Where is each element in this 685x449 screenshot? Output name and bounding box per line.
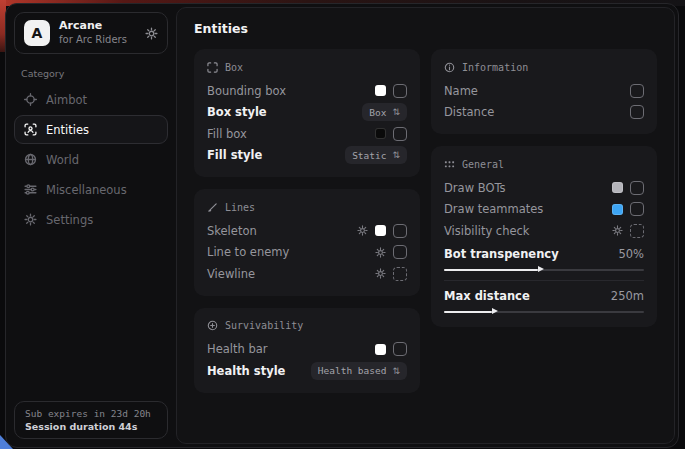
subscription-card: Sub expires in 23d 20h Session duration … — [14, 401, 168, 439]
survivability-card: Survivability Health bar Health style — [194, 308, 420, 393]
dropdown-value: Static — [352, 150, 386, 161]
survivability-card-header: Survivability — [207, 318, 407, 334]
app-subtitle: for Arc Riders — [59, 34, 127, 46]
updown-arrows-icon: ⇅ — [392, 366, 400, 376]
slider-value: 250m — [611, 289, 644, 303]
app-logo: A — [24, 20, 50, 46]
setting-label: Line to enemy — [207, 245, 289, 259]
sidebar: A Arcane for Arc Riders Category Aimbot — [6, 4, 176, 447]
survivability-card-title: Survivability — [225, 320, 303, 331]
max-distance-slider[interactable] — [444, 311, 644, 313]
color-swatch[interactable] — [612, 204, 623, 215]
line-to-enemy-checkbox[interactable] — [393, 245, 407, 259]
sidebar-item-label: Settings — [46, 213, 93, 227]
setting-label: Fill box — [207, 127, 247, 141]
health-style-dropdown[interactable]: Health based ⇅ — [311, 362, 407, 380]
fill-style-dropdown[interactable]: Static ⇅ — [345, 146, 407, 164]
setting-label: Draw BOTs — [444, 181, 506, 195]
general-card: General Draw BOTs Draw teammates — [431, 146, 657, 327]
box-card-header: Box — [207, 59, 407, 75]
sidebar-item-settings[interactable]: Settings — [14, 205, 168, 234]
setting-row-bounding-box: Bounding box — [207, 80, 407, 102]
setting-label: Viewline — [207, 267, 255, 281]
general-card-header: General — [444, 156, 644, 172]
app-gear-icon[interactable] — [145, 27, 158, 40]
visibility-check-settings-gear-icon[interactable] — [612, 225, 623, 236]
sidebar-item-label: Entities — [46, 123, 89, 137]
sidebar-item-label: Miscellaneous — [46, 183, 127, 197]
setting-row-health-bar: Health bar — [207, 339, 407, 361]
sidebar-item-miscellaneous[interactable]: Miscellaneous — [14, 175, 168, 204]
distance-checkbox[interactable] — [630, 105, 644, 119]
updown-arrows-icon: ⇅ — [392, 107, 400, 117]
color-swatch[interactable] — [375, 128, 386, 139]
lines-card-header: Lines — [207, 199, 407, 215]
information-card-header: Information — [444, 59, 644, 75]
draw-bots-checkbox[interactable] — [630, 181, 644, 195]
dropdown-value: Box — [369, 107, 386, 118]
sliders-icon — [23, 183, 37, 196]
setting-label: Max distance — [444, 289, 530, 303]
setting-row-fill-style: Fill style Static ⇅ — [207, 145, 407, 167]
setting-row-draw-bots: Draw BOTs — [444, 177, 644, 199]
setting-row-fill-box: Fill box — [207, 123, 407, 145]
health-bar-checkbox[interactable] — [393, 342, 407, 356]
color-swatch[interactable] — [375, 344, 386, 355]
dropdown-value: Health based — [318, 365, 387, 376]
name-checkbox[interactable] — [630, 84, 644, 98]
skeleton-checkbox[interactable] — [393, 224, 407, 238]
category-label: Category — [21, 68, 168, 79]
setting-label: Distance — [444, 105, 494, 119]
bot-transparency-slider-block: Bot transpenency 50% — [444, 247, 644, 271]
setting-row-name: Name — [444, 80, 644, 102]
cheat-menu-window: A Arcane for Arc Riders Category Aimbot — [5, 3, 679, 448]
setting-label: Health style — [207, 364, 285, 378]
setting-label: Bot transpenency — [444, 247, 559, 261]
box-style-dropdown[interactable]: Box ⇅ — [362, 103, 407, 121]
skeleton-settings-gear-icon[interactable] — [357, 225, 368, 236]
setting-row-viewline: Viewline — [207, 263, 407, 285]
color-swatch[interactable] — [375, 225, 386, 236]
sub-expiry-text: Sub expires in 23d 20h — [25, 408, 157, 419]
viewline-settings-gear-icon[interactable] — [375, 268, 386, 279]
setting-label: Fill style — [207, 148, 262, 162]
sidebar-item-world[interactable]: World — [14, 145, 168, 174]
information-card: Information Name Distance — [431, 49, 657, 134]
page-title: Entities — [194, 21, 657, 36]
fill-box-checkbox[interactable] — [393, 127, 407, 141]
updown-arrows-icon: ⇅ — [392, 150, 400, 160]
color-swatch[interactable] — [612, 182, 623, 193]
sidebar-item-entities[interactable]: Entities — [14, 115, 168, 144]
setting-label: Bounding box — [207, 84, 286, 98]
gear-icon — [23, 213, 37, 226]
globe-icon — [23, 153, 37, 166]
sidebar-item-aimbot[interactable]: Aimbot — [14, 85, 168, 114]
app-header-card: A Arcane for Arc Riders — [14, 12, 168, 54]
info-icon — [444, 62, 455, 73]
viewline-checkbox[interactable] — [393, 267, 407, 281]
setting-row-distance: Distance — [444, 102, 644, 124]
lines-card-title: Lines — [225, 202, 255, 213]
setting-row-visibility-check: Visibility check — [444, 220, 644, 242]
app-name: Arcane — [59, 20, 127, 33]
setting-row-box-style: Box style Box ⇅ — [207, 102, 407, 124]
right-column: Information Name Distance — [431, 49, 657, 327]
setting-label: Skeleton — [207, 224, 257, 238]
lines-card: Lines Skeleton — [194, 189, 420, 296]
bot-transparency-slider[interactable] — [444, 269, 644, 271]
session-duration-text: Session duration 44s — [25, 421, 157, 432]
sidebar-item-label: Aimbot — [46, 93, 87, 107]
setting-label: Box style — [207, 105, 267, 119]
slider-value: 50% — [618, 247, 644, 261]
app-title-block: Arcane for Arc Riders — [59, 20, 127, 45]
bounding-box-checkbox[interactable] — [393, 84, 407, 98]
entities-scan-icon — [23, 123, 37, 136]
line-to-enemy-settings-gear-icon[interactable] — [375, 247, 386, 258]
setting-row-draw-teammates: Draw teammates — [444, 199, 644, 221]
grid-dots-icon — [444, 159, 455, 170]
color-swatch[interactable] — [375, 85, 386, 96]
main-panel: Entities Box Bounding box — [176, 7, 675, 444]
settings-columns: Box Bounding box Box style Box — [194, 49, 657, 393]
visibility-check-checkbox[interactable] — [630, 224, 644, 238]
draw-teammates-checkbox[interactable] — [630, 202, 644, 216]
